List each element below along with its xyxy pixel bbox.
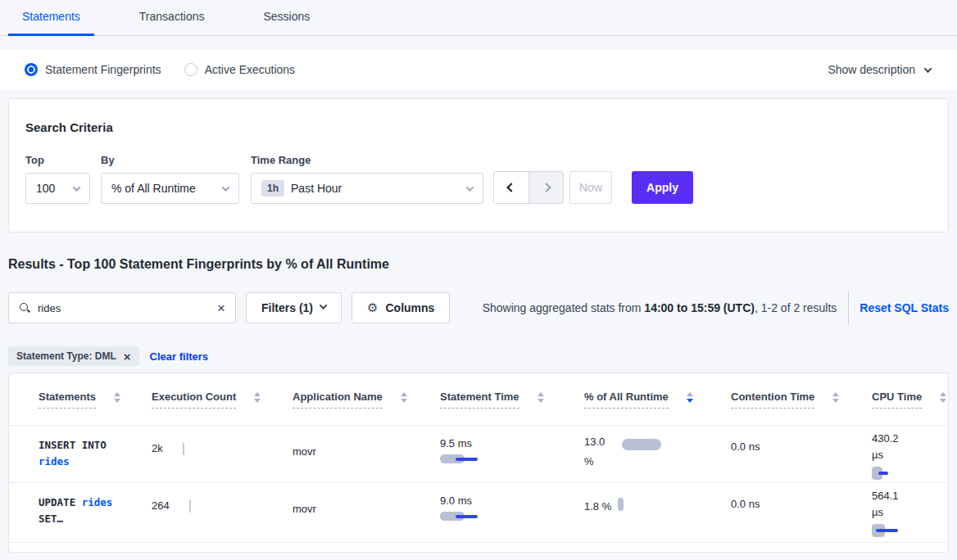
stats-summary: Showing aggregated stats from 14:00 to 1… [483,301,837,314]
by-label: By [101,154,239,166]
search-input[interactable] [38,302,210,314]
show-description-toggle[interactable]: Show description [828,63,931,76]
sort-icon [254,392,261,403]
radio-unselected-icon [184,63,197,76]
cpu-time-cell: 430.2 µs [872,426,941,482]
cpu-time-bar [872,467,941,480]
stats-prefix: Showing aggregated stats from [483,301,645,314]
cpu-time-cell: 564.1 µs [872,483,941,542]
column-header-label: % of All Runtime [584,391,669,409]
statement-link[interactable]: rides [82,496,113,508]
columns-label: Columns [385,301,434,314]
table-row: INSERT INTO rides 2k movr 9.5 ms 13.0 % … [9,426,948,483]
sql-rest: SET… [39,511,152,527]
statement-time-cell: 9.5 ms [440,426,584,482]
pct-runtime-value: 13.0 % [584,432,617,482]
time-range-badge: 1h [261,180,284,196]
search-icon [19,302,30,314]
sql-keyword: UPDATE [39,496,75,508]
filter-chip-statement-type[interactable]: Statement Type: DML × [8,346,139,366]
cpu-time-value: 430.2 µs [872,431,909,463]
tab-statements[interactable]: Statements [8,0,94,36]
radio-statement-fingerprints[interactable]: Statement Fingerprints [25,63,161,76]
pct-runtime-cell: 1.8 % [584,483,731,542]
columns-button[interactable]: ⚙ Columns [352,292,450,323]
prev-time-button[interactable] [494,172,528,203]
column-header-label: Application Name [293,391,383,409]
statement-time-bar [440,512,479,522]
contention-time-cell: 0.0 ns [731,426,872,482]
time-range-label: Time Range [251,154,483,166]
top-select-value: 100 [36,182,55,195]
column-header-execution-count[interactable]: Execution Count [152,391,293,409]
chevron-left-icon [506,183,515,192]
search-criteria-title: Search Criteria [25,120,932,134]
next-time-button[interactable] [528,172,563,203]
stats-time-range: 14:00 to 15:59 (UTC) [644,301,755,314]
column-header-label: Execution Count [152,391,236,409]
tab-label: Transactions [139,10,205,23]
column-header-label: Statements [39,391,96,409]
execution-count-value: 2k [152,442,163,482]
apply-button[interactable]: Apply [632,171,693,204]
table-row: UPDATE rides SET… 264 movr 9.0 ms 1.8 % … [9,483,948,543]
active-filters-row: Statement Type: DML × Clear filters [8,346,949,366]
sort-desc-icon [687,392,693,403]
pct-runtime-bar [618,498,624,511]
by-select-value: % of All Runtime [111,182,196,195]
reset-sql-stats-link[interactable]: Reset SQL Stats [859,301,949,314]
results-controls: × Filters (1) ⚙ Columns Showing aggregat… [8,291,949,324]
chevron-down-icon [320,301,328,309]
radio-label: Statement Fingerprints [45,63,161,76]
execution-count-cell: 264 [152,483,293,542]
column-header-contention-time[interactable]: Contention Time [731,391,872,409]
radio-active-executions[interactable]: Active Executions [184,63,296,76]
now-button[interactable]: Now [569,171,612,204]
contention-time-cell: 0.0 ns [731,483,872,542]
column-header-cpu-time[interactable]: CPU Time [872,391,946,409]
chevron-right-icon [542,183,551,192]
top-field: Top 100 [25,154,90,204]
column-header-application-name[interactable]: Application Name [293,391,440,409]
by-select[interactable]: % of All Runtime [101,173,239,204]
execution-count-bar [183,443,184,455]
tab-sessions[interactable]: Sessions [249,0,324,36]
sql-keyword: INSERT INTO [39,437,152,454]
statement-link[interactable]: rides [39,454,152,470]
search-box: × [8,292,236,323]
tab-transactions[interactable]: Transactions [125,0,219,36]
tab-label: Statements [22,10,80,23]
sort-icon [401,392,407,403]
cpu-time-value: 564.1 µs [872,488,909,521]
statement-time-cell: 9.0 ms [440,483,584,542]
top-select[interactable]: 100 [25,173,90,204]
remove-filter-icon[interactable]: × [124,350,131,363]
filter-chip-label: Statement Type: DML [16,350,116,362]
gear-icon: ⚙ [367,300,378,315]
vertical-divider [848,291,849,324]
by-field: By % of All Runtime [101,154,239,204]
statement-time-bar [440,454,479,464]
time-range-select[interactable]: 1h Past Hour [251,173,483,204]
filters-label: Filters (1) [261,301,313,314]
application-name-cell: movr [293,483,440,542]
column-header-pct-runtime[interactable]: % of All Runtime [584,391,731,409]
clear-filters-link[interactable]: Clear filters [150,350,209,363]
execution-count-bar [189,500,191,513]
filters-button[interactable]: Filters (1) [246,292,342,323]
sort-icon [832,392,839,403]
column-header-label: Statement Time [440,391,519,409]
execution-count-cell: 2k [152,426,293,482]
clear-search-icon[interactable]: × [217,301,225,315]
top-label: Top [25,154,90,166]
show-description-label: Show description [828,63,915,76]
statement-time-value: 9.0 ms [440,495,584,507]
column-header-statement-time[interactable]: Statement Time [440,391,584,409]
cpu-time-bar [872,524,941,537]
column-header-statements[interactable]: Statements [39,391,152,409]
application-name-cell: movr [293,426,440,482]
time-nav-group [493,171,564,204]
statement-cell: INSERT INTO rides [39,426,152,482]
results-table: Statements Execution Count Application N… [8,373,949,553]
chevron-down-icon [924,65,932,73]
